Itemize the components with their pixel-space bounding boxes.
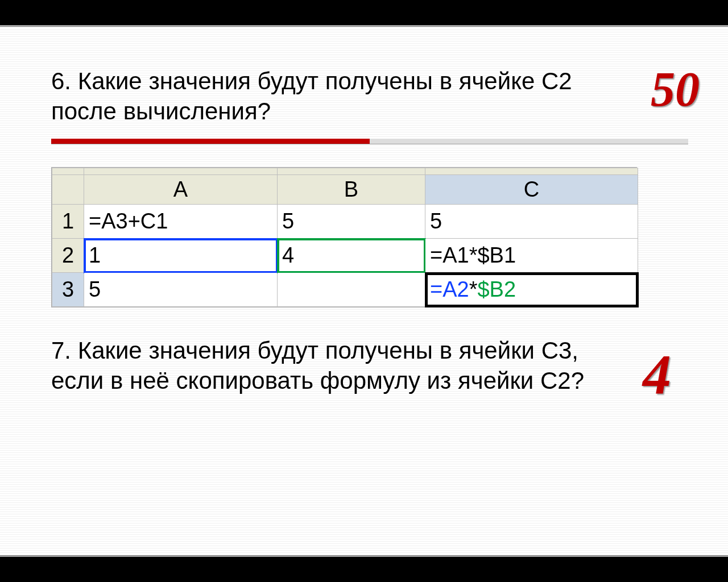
slide-frame: 6. Какие значения будут получены в ячейк… — [0, 25, 728, 557]
cell-A1[interactable]: =A3+C1 — [84, 205, 278, 239]
cell-B1[interactable]: 5 — [278, 205, 425, 239]
col-header-A[interactable]: A — [84, 175, 278, 205]
row-header-1[interactable]: 1 — [52, 205, 84, 239]
corner-cell — [52, 175, 84, 205]
row-2: 2 1 4 =A1*$B1 — [52, 239, 638, 273]
cell-C1[interactable]: 5 — [425, 205, 638, 239]
cell-C3-refA: =A2 — [430, 277, 469, 301]
divider — [51, 139, 688, 144]
question-7-block: 7. Какие значения будут получены в ячейк… — [51, 336, 688, 396]
cell-B2[interactable]: 4 — [278, 239, 425, 273]
question-6-score: 50 — [651, 61, 700, 118]
cell-A2[interactable]: 1 — [84, 239, 278, 273]
question-6-block: 6. Какие значения будут получены в ячейк… — [51, 66, 688, 126]
col-header-B[interactable]: B — [278, 175, 425, 205]
cell-A3[interactable]: 5 — [84, 273, 278, 307]
question-7-score: 4 — [643, 342, 671, 407]
cell-B3[interactable] — [278, 273, 425, 307]
cell-C3-refB: $B2 — [477, 277, 516, 301]
question-6-text: 6. Какие значения будут получены в ячейк… — [51, 66, 620, 126]
cell-C3[interactable]: =A2*$B2 — [425, 273, 638, 307]
row-header-2[interactable]: 2 — [52, 239, 84, 273]
column-headers: A B C — [52, 175, 638, 205]
row-1: 1 =A3+C1 5 5 — [52, 205, 638, 239]
row-header-3[interactable]: 3 — [52, 273, 84, 307]
cell-C3-op: * — [469, 277, 478, 301]
spreadsheet: A B C 1 =A3+C1 5 5 2 1 4 =A1*$B1 — [51, 167, 637, 307]
cell-C2[interactable]: =A1*$B1 — [425, 239, 638, 273]
col-header-C[interactable]: C — [425, 175, 638, 205]
question-7-text: 7. Какие значения будут получены в ячейк… — [51, 336, 620, 396]
row-3: 3 5 =A2*$B2 — [52, 273, 638, 307]
